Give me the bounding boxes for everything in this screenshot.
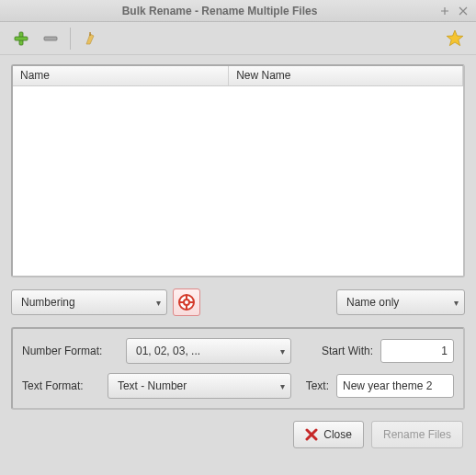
file-list-body[interactable] (13, 86, 463, 276)
titlebar: Bulk Rename - Rename Multiple Files (0, 0, 476, 22)
window-title: Bulk Rename - Rename Multiple Files (6, 5, 434, 17)
start-with-input[interactable] (380, 339, 454, 363)
svg-rect-3 (89, 32, 91, 36)
clear-icon (82, 30, 98, 47)
column-name-header[interactable]: Name (13, 66, 229, 85)
scope-value: Name only (346, 296, 448, 309)
number-format-label: Number Format: (22, 345, 119, 357)
footer-buttons: Close Rename Files (11, 421, 465, 448)
number-format-dropdown[interactable]: 01, 02, 03, ... ▾ (126, 338, 291, 364)
svg-rect-2 (44, 37, 57, 40)
chevron-down-icon: ▾ (280, 381, 285, 391)
text-format-value: Text - Number (118, 379, 275, 392)
text-format-dropdown[interactable]: Text - Number ▾ (108, 373, 291, 399)
text-input[interactable] (336, 374, 454, 398)
close-window-button[interactable] (456, 4, 470, 18)
number-format-value: 01, 02, 03, ... (136, 345, 275, 357)
svg-rect-1 (15, 37, 28, 40)
column-newname-header[interactable]: New Name (229, 66, 463, 85)
chevron-down-icon: ▾ (454, 298, 459, 308)
minimize-button[interactable] (437, 4, 452, 18)
help-icon (177, 293, 196, 311)
rename-mode-value: Numbering (21, 296, 151, 309)
start-with-label: Start With: (322, 345, 373, 357)
add-button[interactable] (9, 27, 33, 51)
chevron-down-icon: ▾ (280, 346, 285, 356)
toolbar (0, 22, 476, 55)
favorite-button[interactable] (443, 27, 467, 51)
column-header-row: Name New Name (13, 66, 463, 86)
remove-icon (42, 30, 59, 47)
remove-button[interactable] (39, 27, 62, 51)
svg-point-5 (184, 300, 189, 305)
close-button-label: Close (323, 428, 352, 441)
close-button[interactable]: Close (293, 421, 364, 448)
scope-dropdown[interactable]: Name only ▾ (336, 289, 465, 315)
add-icon (13, 30, 29, 47)
file-list[interactable]: Name New Name (11, 64, 465, 277)
text-format-label: Text Format: (22, 379, 100, 392)
rename-files-label: Rename Files (383, 428, 451, 441)
close-x-icon (305, 428, 318, 441)
star-icon (446, 29, 464, 48)
clear-button[interactable] (78, 27, 102, 51)
toolbar-separator (70, 28, 71, 50)
help-button[interactable] (173, 288, 200, 316)
rename-files-button[interactable]: Rename Files (371, 421, 463, 448)
mode-row: Numbering ▾ Name only ▾ (11, 288, 465, 316)
text-label: Text: (306, 379, 329, 392)
chevron-down-icon: ▾ (156, 298, 161, 308)
options-panel: Number Format: 01, 02, 03, ... ▾ Start W… (11, 327, 465, 410)
rename-mode-dropdown[interactable]: Numbering ▾ (11, 289, 167, 315)
